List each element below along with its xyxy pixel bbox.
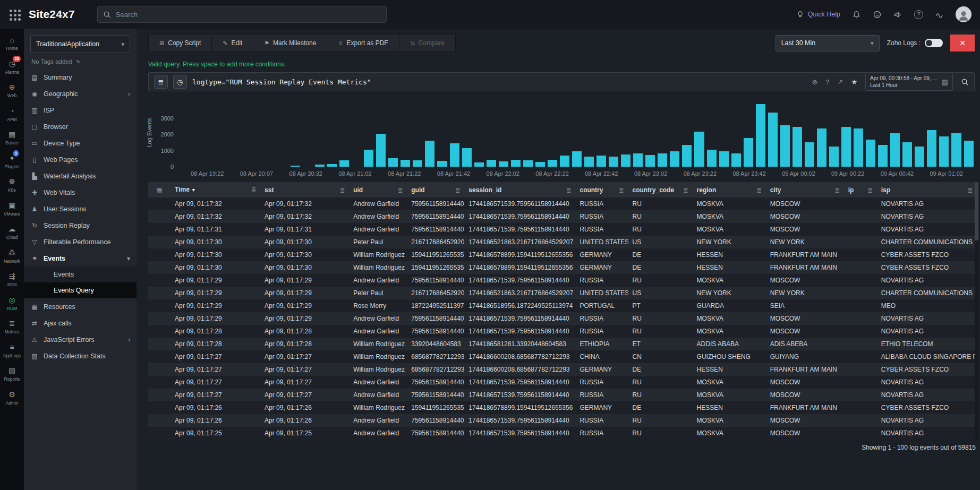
sidebar-item-waterfall-analysis[interactable]: ▙Waterfall Analysis — [24, 168, 137, 184]
column-filter-icon[interactable]: ≣ — [251, 182, 256, 197]
table-row[interactable]: Apr 09, 01:17:29Apr 09, 01:17:29Peter Pa… — [148, 287, 977, 299]
query-bar[interactable]: ≣ ◷ logtype="RUM Session Replay Events M… — [148, 72, 975, 91]
column-header-isp[interactable]: isp≣ — [877, 182, 977, 197]
column-header-sst[interactable]: sst≣ — [260, 182, 349, 197]
table-row[interactable]: Apr 09, 01:17:30Apr 09, 01:17:30William … — [148, 248, 977, 261]
table-row[interactable]: Apr 09, 01:17:26Apr 09, 01:17:26William … — [148, 401, 977, 414]
sidebar-item-events[interactable]: ≡Events▾ — [24, 250, 137, 267]
table-row[interactable]: Apr 09, 01:17:29Apr 09, 01:17:29Andrew G… — [148, 274, 977, 287]
site24x7-logo[interactable]: Site24x7 — [29, 8, 75, 21]
sidebar-item-javascript-errors[interactable]: ⚠JavaScript Errors› — [24, 331, 137, 348]
query-input[interactable]: logtype="RUM Session Replay Events Metri… — [192, 78, 806, 86]
column-header-uid[interactable]: uid≣ — [349, 182, 407, 197]
table-row[interactable]: Apr 09, 01:17:31Apr 09, 01:17:31Andrew G… — [148, 223, 977, 236]
table-row[interactable]: Apr 09, 01:17:25Apr 09, 01:17:25Andrew G… — [148, 427, 977, 440]
column-filter-icon[interactable]: ≣ — [455, 183, 460, 197]
time-range-picker[interactable]: Apr 09, 00:30:58 - Apr 09, ... Last 1 Ho… — [865, 73, 953, 91]
rail-item-server[interactable]: ▤Server — [0, 125, 24, 149]
table-row[interactable]: Apr 09, 01:17:32Apr 09, 01:17:32Andrew G… — [148, 197, 977, 210]
column-header-city[interactable]: city≣ — [766, 182, 844, 197]
rail-item-cloud[interactable]: ☁Cloud — [0, 220, 24, 244]
sidebar-item-web-vitals[interactable]: ✚Web Vitals — [24, 184, 137, 201]
help-icon[interactable]: ? — [914, 10, 923, 19]
rail-item-metrics[interactable]: ≣Metrics — [0, 314, 24, 338]
scrollbar-thumb[interactable] — [975, 182, 978, 240]
column-header-country-code[interactable]: country_code≣ — [628, 182, 693, 197]
sidebar-item-isp[interactable]: ▥ISP — [24, 102, 137, 118]
table-row[interactable]: Apr 09, 01:17:27Apr 09, 01:17:27William … — [148, 363, 977, 376]
sidebar-item-web-pages[interactable]: ▯Web Pages — [24, 151, 137, 168]
query-help-icon[interactable]: ? — [825, 78, 829, 86]
table-row[interactable]: Apr 09, 01:17:27Apr 09, 01:17:27Andrew G… — [148, 376, 977, 389]
sidebar-item-user-sessions[interactable]: ♟User Sessions — [24, 201, 137, 217]
table-row[interactable]: Apr 09, 01:17:27Apr 09, 01:17:27Andrew G… — [148, 389, 977, 401]
rail-item-alarms[interactable]: ◷23Alarms — [0, 55, 24, 79]
rail-item-rum[interactable]: ◎RUM — [0, 291, 24, 315]
table-row[interactable]: Apr 09, 01:17:27Apr 09, 01:17:27William … — [148, 350, 977, 363]
sidebar-item-session-replay[interactable]: ↻Session Replay — [24, 217, 137, 234]
application-selector[interactable]: TraditionalApplication ▾ — [30, 35, 130, 53]
column-filter-icon[interactable]: ≣ — [619, 183, 624, 197]
search-input[interactable] — [116, 11, 381, 19]
app-grid-icon[interactable] — [8, 8, 21, 20]
favorite-star-icon[interactable]: ★ — [851, 78, 857, 86]
column-filter-icon[interactable]: ≣ — [868, 183, 873, 197]
sidebar-item-summary[interactable]: ▤Summary — [24, 69, 137, 85]
close-button[interactable]: ✕ — [950, 35, 975, 51]
column-filter-icon[interactable]: ≣ — [340, 183, 345, 197]
rail-item-reports[interactable]: ▨Reports — [0, 362, 24, 385]
zia-icon[interactable] — [935, 10, 944, 19]
column-header-ip[interactable]: ip≣ — [844, 182, 877, 197]
table-grid-icon[interactable]: ▦ — [148, 182, 171, 197]
column-filter-icon[interactable]: ≣ — [968, 183, 973, 197]
table-row[interactable]: Apr 09, 01:17:30Apr 09, 01:17:30Peter Pa… — [148, 236, 977, 248]
sidebar-item-device-type[interactable]: ▭Device Type — [24, 135, 137, 151]
rail-item-plugins[interactable]: ✦1Plugins — [0, 149, 24, 173]
tags-row[interactable]: No Tags added ✎ — [31, 58, 129, 65]
rail-item-sdn[interactable]: ⇶SDN — [0, 267, 24, 291]
sidebar-item-resources[interactable]: ▦Resources — [24, 298, 137, 315]
column-header-session-id[interactable]: session_id≣ — [464, 182, 575, 197]
table-row[interactable]: Apr 09, 01:17:26Apr 09, 01:17:26Andrew G… — [148, 414, 977, 427]
copy-script-button[interactable]: ⊞Copy Script — [149, 35, 212, 51]
mark-milestone-button[interactable]: ⚑Mark Milestone — [253, 35, 327, 51]
export-as-pdf-button[interactable]: ⇩Export as PDF — [327, 35, 399, 51]
table-row[interactable]: Apr 09, 01:17:28Apr 09, 01:17:28William … — [148, 338, 977, 350]
query-history-icon[interactable]: ◷ — [173, 75, 187, 89]
quick-help-link[interactable]: Quick Help — [796, 10, 840, 19]
rail-item-apm[interactable]: ◔APM — [0, 102, 24, 126]
edit-button[interactable]: ✎Edit — [212, 35, 253, 51]
query-list-icon[interactable]: ≣ — [154, 75, 168, 89]
sidebar-subitem-events[interactable]: Events — [24, 267, 137, 282]
column-filter-icon[interactable]: ≣ — [566, 183, 571, 197]
sidebar-item-geographic[interactable]: ◉Geographic› — [24, 85, 137, 102]
column-filter-icon[interactable]: ≣ — [398, 183, 403, 197]
table-scrollbar[interactable] — [975, 182, 978, 440]
rail-item-applogs[interactable]: ≡AppLogs — [0, 338, 24, 362]
column-filter-icon[interactable]: ≣ — [835, 183, 840, 197]
rail-item-admin[interactable]: ⚙Admin — [0, 385, 24, 409]
sidebar-item-filterable-performance[interactable]: ▽Filterable Performance — [24, 234, 137, 250]
share-icon[interactable]: ↗ — [838, 78, 843, 86]
rail-item-network[interactable]: ⁂Network — [0, 244, 24, 268]
notifications-bell-icon[interactable] — [852, 10, 861, 19]
announcements-megaphone-icon[interactable] — [893, 10, 902, 19]
run-search-icon[interactable] — [961, 78, 969, 86]
zoho-logs-toggle[interactable] — [925, 39, 943, 47]
rail-item-home[interactable]: ⌂Home — [0, 31, 24, 55]
table-row[interactable]: Apr 09, 01:17:29Apr 09, 01:17:29Andrew G… — [148, 312, 977, 325]
time-range-select[interactable]: Last 30 Min ▾ — [776, 35, 880, 51]
column-filter-icon[interactable]: ≣ — [683, 183, 688, 197]
user-avatar[interactable] — [956, 6, 972, 22]
global-search[interactable] — [97, 6, 387, 23]
edit-tags-icon[interactable]: ✎ — [76, 59, 80, 65]
column-header-time[interactable]: Time▾≣ — [171, 182, 260, 197]
sidebar-item-browser[interactable]: ▢Browser — [24, 118, 137, 135]
column-header-region[interactable]: region≣ — [693, 182, 766, 197]
table-row[interactable]: Apr 09, 01:17:28Apr 09, 01:17:28Andrew G… — [148, 325, 977, 338]
sidebar-subitem-events-query[interactable]: Events Query — [24, 282, 137, 298]
rail-item-vmware[interactable]: ▣VMware — [0, 196, 24, 220]
table-row[interactable]: Apr 09, 01:17:30Apr 09, 01:17:30William … — [148, 261, 977, 274]
column-header-guid[interactable]: guid≣ — [407, 182, 464, 197]
table-row[interactable]: Apr 09, 01:17:29Apr 09, 01:17:29Rose Mer… — [148, 299, 977, 312]
